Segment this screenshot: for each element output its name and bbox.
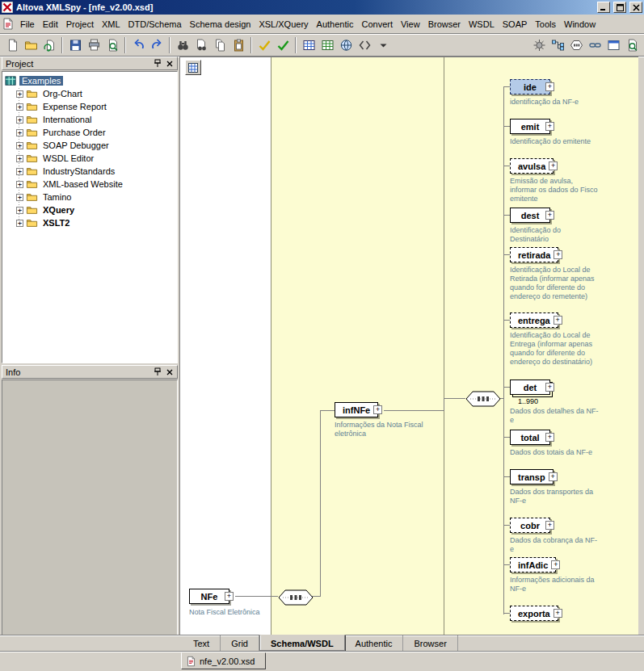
menu-authentic[interactable]: Authentic xyxy=(313,16,358,32)
view-tab-schema-wsdl[interactable]: Schema/WSDL xyxy=(259,635,345,651)
expand-plus-icon[interactable]: + xyxy=(554,316,562,325)
expand-plus-icon[interactable]: + xyxy=(373,405,382,414)
schema-element-emit[interactable]: emit+ xyxy=(510,119,550,134)
expand-plus-icon[interactable]: + xyxy=(16,194,23,201)
new-file-button[interactable] xyxy=(3,36,21,54)
paste-button[interactable] xyxy=(229,36,247,54)
expand-plus-icon[interactable]: + xyxy=(16,220,23,227)
show-globals-button[interactable] xyxy=(185,60,201,75)
schema-element-infadic[interactable]: infAdic+ xyxy=(510,557,556,572)
expand-plus-icon[interactable]: + xyxy=(16,168,23,175)
grid-view-button[interactable] xyxy=(300,36,318,54)
expand-plus-icon[interactable]: + xyxy=(545,383,554,392)
close-button[interactable] xyxy=(629,2,642,13)
window-layout-button[interactable] xyxy=(604,36,622,54)
pin-icon[interactable] xyxy=(151,58,163,69)
menu-edit[interactable]: Edit xyxy=(39,16,62,32)
copy-button[interactable] xyxy=(211,36,229,54)
project-tree-item-expense-report[interactable]: +Expense Report xyxy=(5,100,177,113)
expand-plus-icon[interactable]: + xyxy=(545,433,554,442)
schema-element-infnfe[interactable]: infNFe+ xyxy=(335,402,378,417)
expand-plus-icon[interactable]: + xyxy=(16,142,23,149)
insert-table-button[interactable] xyxy=(318,36,336,54)
view-tab-grid[interactable]: Grid xyxy=(221,635,259,651)
schema-element-retirada[interactable]: retirada+ xyxy=(510,247,558,262)
menu-xsl-xquery[interactable]: XSL/XQuery xyxy=(255,16,312,32)
expand-plus-icon[interactable]: + xyxy=(554,609,562,618)
active-document-icon[interactable] xyxy=(2,18,14,30)
menu-soap[interactable]: SOAP xyxy=(499,16,532,32)
view-tab-browser[interactable]: Browser xyxy=(403,635,457,651)
file-tab-nfe-v2-00-xsd[interactable]: nfe_v2.00.xsd xyxy=(181,652,266,669)
zoom-button[interactable] xyxy=(623,36,641,54)
open-file-button[interactable] xyxy=(22,36,40,54)
schema-element-avulsa[interactable]: avulsa+ xyxy=(510,158,554,174)
print-button[interactable] xyxy=(85,36,103,54)
link-schema-button[interactable] xyxy=(586,36,604,54)
redo-button[interactable] xyxy=(148,36,166,54)
project-tree-item-org-chart[interactable]: +Org-Chart xyxy=(5,87,177,100)
project-panel-close-icon[interactable] xyxy=(163,58,175,69)
expand-plus-icon[interactable]: + xyxy=(545,122,554,131)
toolbar-overflow-button[interactable] xyxy=(374,36,392,54)
schema-element-exporta[interactable]: exporta+ xyxy=(510,606,558,621)
project-tree-item-purchase-order[interactable]: +Purchase Order xyxy=(5,126,177,139)
project-tree-item-xquery[interactable]: +XQuery xyxy=(5,203,177,216)
menu-dtd-schema[interactable]: DTD/Schema xyxy=(124,16,186,32)
maximize-button[interactable] xyxy=(613,2,626,13)
project-tree-item-xml-based-website[interactable]: +XML-based Website xyxy=(5,178,177,191)
save-file-button[interactable] xyxy=(66,36,84,54)
schema-element-det[interactable]: det+ xyxy=(510,380,550,395)
expand-plus-icon[interactable]: + xyxy=(225,592,234,601)
project-tree-item-wsdl-editor[interactable]: +WSDL Editor xyxy=(5,152,177,165)
project-tree-item-soap-debugger[interactable]: +SOAP Debugger xyxy=(5,139,177,152)
expand-plus-icon[interactable]: + xyxy=(545,82,554,91)
find-button[interactable] xyxy=(174,36,192,54)
menu-schema-design[interactable]: Schema design xyxy=(186,16,255,32)
schema-element-ide[interactable]: ide+ xyxy=(510,79,550,94)
schema-element-nfe[interactable]: NFe+ xyxy=(189,589,229,604)
expand-plus-icon[interactable]: + xyxy=(16,116,23,124)
expand-plus-icon[interactable]: + xyxy=(549,161,558,170)
schema-settings-button[interactable] xyxy=(530,36,548,54)
info-panel-close-icon[interactable] xyxy=(163,367,175,377)
expand-plus-icon[interactable]: + xyxy=(554,250,562,259)
menu-view[interactable]: View xyxy=(397,16,424,32)
schema-element-cobr[interactable]: cobr+ xyxy=(510,518,550,533)
menu-xml[interactable]: XML xyxy=(98,16,124,32)
validate-button[interactable] xyxy=(274,36,292,54)
check-wellformed-button[interactable] xyxy=(255,36,273,54)
expand-plus-icon[interactable]: + xyxy=(551,560,560,569)
expand-plus-icon[interactable]: + xyxy=(16,207,23,214)
display-diagram-button[interactable] xyxy=(549,36,566,54)
expand-plus-icon[interactable]: + xyxy=(16,155,23,162)
browser-view-button[interactable] xyxy=(337,36,355,54)
sequence-compositor-icon[interactable] xyxy=(465,391,501,407)
project-tree-item-industrystandards[interactable]: +IndustryStandards xyxy=(5,165,177,178)
expand-plus-icon[interactable]: + xyxy=(16,129,23,136)
sequence-compositor-icon[interactable] xyxy=(278,589,314,606)
schema-element-entrega[interactable]: entrega+ xyxy=(510,312,558,328)
expand-plus-icon[interactable]: + xyxy=(545,521,554,530)
expand-plus-icon[interactable]: + xyxy=(16,103,23,111)
project-tree-item-examples[interactable]: Examples xyxy=(5,74,177,87)
menu-file[interactable]: File xyxy=(16,16,39,32)
menu-convert[interactable]: Convert xyxy=(357,16,397,32)
minimize-button[interactable] xyxy=(597,2,610,13)
markup-button[interactable] xyxy=(356,36,373,54)
project-tree-item-xslt2[interactable]: +XSLT2 xyxy=(5,216,177,229)
menu-project[interactable]: Project xyxy=(62,16,98,32)
menu-tools[interactable]: Tools xyxy=(531,16,560,32)
pin-icon[interactable] xyxy=(151,367,163,377)
expand-plus-icon[interactable]: + xyxy=(16,90,23,98)
project-tree-item-international[interactable]: +International xyxy=(5,113,177,126)
menu-browser[interactable]: Browser xyxy=(424,16,465,32)
expand-plus-icon[interactable]: + xyxy=(16,181,23,188)
reload-file-button[interactable] xyxy=(40,36,58,54)
schema-design-canvas[interactable]: NFe+Nota Fiscal EletrônicainfNFe+Informa… xyxy=(179,57,638,635)
schema-element-dest[interactable]: dest+ xyxy=(510,208,550,223)
project-tree-item-tamino[interactable]: +Tamino xyxy=(5,191,177,203)
expand-plus-icon[interactable]: + xyxy=(549,472,558,481)
find-in-files-button[interactable] xyxy=(192,36,210,54)
view-tab-text[interactable]: Text xyxy=(183,635,221,651)
